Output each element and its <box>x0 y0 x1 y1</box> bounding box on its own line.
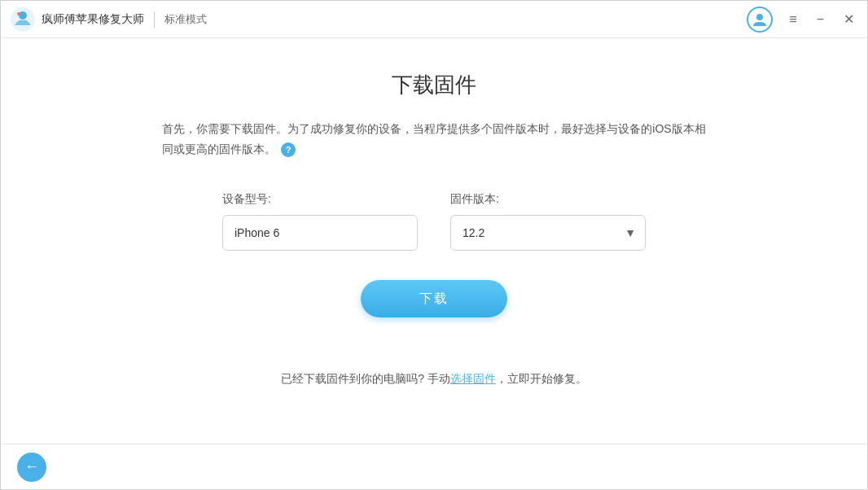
app-name: 疯师傅苹果修复大师 <box>42 12 144 27</box>
device-label: 设备型号: <box>222 192 418 207</box>
main-content: 下载固件 首先，你需要下载固件。为了成功修复你的设备，当程序提供多个固件版本时，… <box>1 38 867 444</box>
download-button[interactable]: 下载 <box>361 280 507 317</box>
firmware-group: 固件版本: 12.2 12.1 12.0 11.4 ▼ <box>450 192 646 251</box>
page-title: 下载固件 <box>392 71 476 99</box>
device-group: 设备型号: <box>222 192 418 251</box>
minimize-button[interactable]: − <box>813 9 827 30</box>
titlebar-mode: 标准模式 <box>164 12 207 27</box>
form-row: 设备型号: 固件版本: 12.2 12.1 12.0 11.4 ▼ <box>222 192 646 251</box>
device-input[interactable] <box>222 215 418 251</box>
menu-button[interactable]: ≡ <box>786 9 800 30</box>
app-logo <box>11 7 35 32</box>
user-icon[interactable] <box>747 7 773 33</box>
firmware-select-wrapper: 12.2 12.1 12.0 11.4 ▼ <box>450 215 646 251</box>
svg-point-1 <box>19 11 27 20</box>
titlebar: 疯师傅苹果修复大师 标准模式 ≡ − ✕ <box>1 1 867 38</box>
firmware-label: 固件版本: <box>450 192 646 207</box>
svg-point-3 <box>756 14 763 20</box>
back-button[interactable]: ← <box>17 453 46 482</box>
titlebar-divider <box>154 11 155 28</box>
titlebar-controls: ≡ − ✕ <box>747 7 857 33</box>
svg-point-2 <box>17 12 20 15</box>
help-icon[interactable]: ? <box>281 142 296 157</box>
back-icon: ← <box>24 458 39 475</box>
bottom-bar: ← <box>1 444 867 489</box>
select-firmware-link[interactable]: 选择固件 <box>450 372 496 385</box>
description: 首先，你需要下载固件。为了成功修复你的设备，当程序提供多个固件版本时，最好选择与… <box>162 119 705 160</box>
firmware-select[interactable]: 12.2 12.1 12.0 11.4 <box>450 215 646 251</box>
bottom-text: 已经下载固件到你的电脑吗? 手动选择固件，立即开始修复。 <box>281 372 587 387</box>
close-button[interactable]: ✕ <box>840 8 857 30</box>
